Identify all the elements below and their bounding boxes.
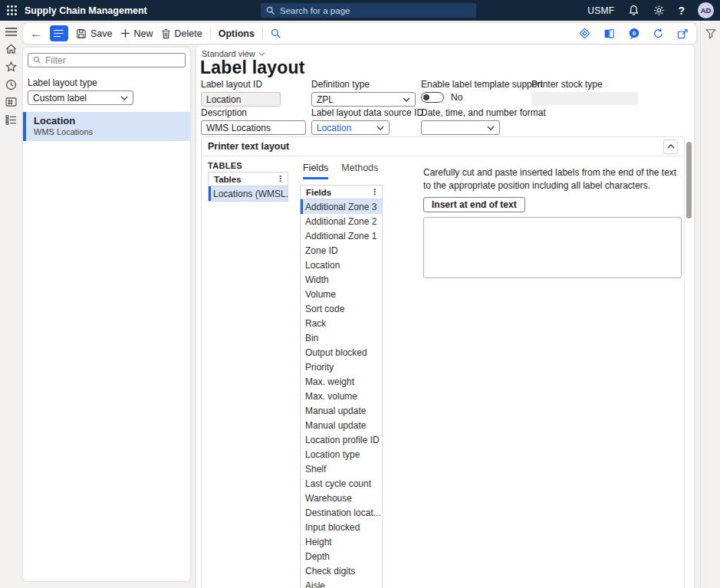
- save-icon: [76, 28, 87, 39]
- list-filter-field[interactable]: [28, 53, 186, 67]
- back-arrow-icon[interactable]: ←: [30, 28, 42, 40]
- field-row[interactable]: Warehouse: [301, 491, 382, 505]
- action-toolbar: ← Save New Delete Options 0: [23, 23, 696, 44]
- delete-button[interactable]: Delete: [161, 28, 202, 39]
- layout-type-dropdown[interactable]: Custom label: [28, 90, 133, 105]
- fields-grid: Fields ⋮ Additional Zone 3Additional Zon…: [300, 185, 383, 588]
- layout-type-value: Custom label: [33, 93, 87, 103]
- enable-template-toggle[interactable]: [421, 92, 444, 103]
- field-row[interactable]: Manual update: [301, 418, 382, 432]
- tables-rows: Locations (WMSL...: [209, 186, 288, 201]
- search-icon: [33, 56, 41, 64]
- modules-list-icon[interactable]: [2, 113, 19, 126]
- field-row[interactable]: Max. volume: [301, 389, 382, 403]
- field-row[interactable]: Additional Zone 3: [301, 199, 382, 214]
- field-row[interactable]: Bin: [301, 330, 382, 345]
- options-menu-button[interactable]: Options: [219, 28, 255, 39]
- chevron-down-icon: [376, 126, 384, 130]
- field-row[interactable]: Destination locat...: [301, 505, 382, 520]
- grid-menu-icon[interactable]: ⋮: [276, 174, 284, 184]
- field-row[interactable]: Location type: [301, 447, 382, 462]
- list-item[interactable]: Location WMS Locations: [23, 112, 190, 141]
- field-row[interactable]: Location profile ID: [301, 432, 382, 447]
- collapse-section-button[interactable]: [663, 140, 678, 154]
- data-source-dropdown[interactable]: Location: [311, 120, 390, 135]
- field-row[interactable]: Additional Zone 1: [301, 228, 382, 243]
- app-launcher-icon[interactable]: [0, 0, 23, 21]
- tab-methods[interactable]: Methods: [341, 163, 378, 179]
- page-search-box[interactable]: Search for a page: [261, 3, 476, 18]
- home-icon[interactable]: [2, 43, 19, 55]
- svg-text:0: 0: [632, 29, 636, 36]
- field-row[interactable]: Sort code: [301, 301, 382, 316]
- settings-gear-icon[interactable]: [653, 5, 665, 17]
- save-button[interactable]: Save: [76, 28, 113, 39]
- chevron-down-icon: [258, 52, 265, 56]
- label-editor-pane: Carefully cut and paste inserted labels …: [423, 166, 682, 281]
- field-row[interactable]: Aisle: [301, 578, 382, 588]
- list-item-title: Location: [34, 115, 182, 126]
- table-row[interactable]: Locations (WMSL...: [209, 186, 288, 201]
- tab-fields[interactable]: Fields: [303, 163, 328, 179]
- date-format-label: Date, time, and number format: [421, 107, 546, 118]
- refresh-icon[interactable]: [652, 27, 665, 40]
- field-row[interactable]: Width: [301, 272, 382, 287]
- tables-grid-header: Tables: [214, 175, 242, 184]
- expand-menu-icon[interactable]: [2, 25, 19, 38]
- field-row[interactable]: Height: [301, 534, 382, 549]
- open-in-new-window-icon[interactable]: [676, 27, 689, 40]
- data-source-value[interactable]: Location: [317, 123, 351, 133]
- new-label: New: [134, 28, 153, 39]
- toolbar-search-icon[interactable]: [271, 28, 281, 39]
- save-label: Save: [90, 28, 113, 39]
- field-row[interactable]: Shelf: [301, 462, 382, 476]
- field-row[interactable]: Check digits: [301, 563, 382, 578]
- favorites-star-icon[interactable]: [2, 61, 19, 73]
- label-text-editor[interactable]: [423, 217, 682, 278]
- search-icon: [266, 6, 275, 15]
- layout-type-label: Label layout type: [28, 77, 186, 88]
- field-row[interactable]: Manual update: [301, 403, 382, 418]
- app-title[interactable]: Supply Chain Management: [25, 5, 147, 16]
- main-content-card: Standard view Label layout Label layout …: [196, 44, 694, 588]
- chevron-down-icon: [120, 96, 128, 100]
- vertical-scrollbar[interactable]: [686, 142, 692, 218]
- field-row[interactable]: Input blocked: [301, 520, 382, 534]
- description-label: Description: [201, 107, 306, 118]
- field-row[interactable]: Max. weight: [301, 374, 382, 389]
- field-row[interactable]: Depth: [301, 549, 382, 563]
- filter-funnel-icon[interactable]: [704, 27, 718, 41]
- help-icon[interactable]: ?: [678, 5, 685, 17]
- copilot-book-icon[interactable]: [603, 27, 616, 40]
- tables-caption: TABLES: [208, 161, 242, 170]
- definition-type-dropdown[interactable]: ZPL: [311, 92, 416, 107]
- recent-clock-icon[interactable]: [2, 78, 19, 90]
- label-layout-id-field: [201, 92, 281, 107]
- field-row[interactable]: Additional Zone 2: [301, 214, 382, 228]
- page-title: Label layout: [200, 57, 305, 78]
- field-row[interactable]: Location: [301, 258, 382, 272]
- description-field[interactable]: [201, 120, 306, 135]
- show-list-toggle-button[interactable]: [50, 25, 68, 41]
- filter-input[interactable]: [45, 55, 180, 66]
- field-row[interactable]: Zone ID: [301, 243, 382, 258]
- messages-badge-icon[interactable]: 0: [627, 27, 640, 40]
- enable-template-value: No: [451, 92, 462, 103]
- notifications-bell-icon[interactable]: [627, 5, 639, 17]
- field-row[interactable]: Rack: [301, 316, 382, 330]
- user-avatar[interactable]: AD: [698, 2, 714, 18]
- tables-grid: Tables ⋮ Locations (WMSL...: [208, 172, 288, 202]
- new-button[interactable]: New: [120, 28, 153, 39]
- search-placeholder: Search for a page: [280, 6, 350, 15]
- field-row[interactable]: Last cycle count: [301, 476, 382, 491]
- date-format-dropdown[interactable]: [421, 120, 500, 135]
- insert-at-end-button[interactable]: Insert at end of text: [423, 197, 525, 212]
- field-row[interactable]: Volume: [301, 287, 382, 301]
- enable-template-label: Enable label template support: [421, 79, 543, 90]
- grid-menu-icon[interactable]: ⋮: [370, 187, 379, 197]
- company-selector[interactable]: USMF: [587, 5, 614, 16]
- workspaces-icon[interactable]: [2, 96, 19, 108]
- field-row[interactable]: Priority: [301, 360, 382, 374]
- power-apps-icon[interactable]: [578, 27, 591, 40]
- field-row[interactable]: Output blocked: [301, 345, 382, 360]
